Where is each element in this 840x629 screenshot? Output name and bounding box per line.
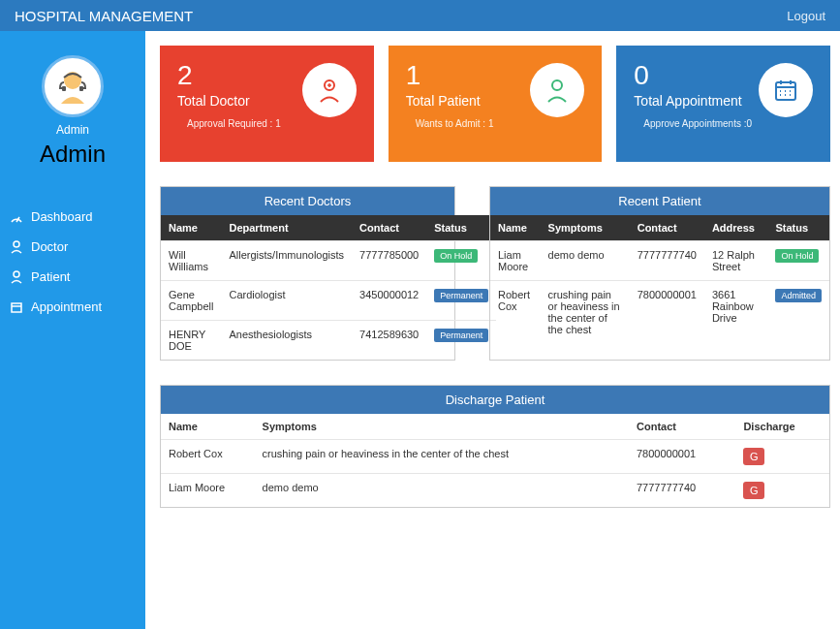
- col-contact: Contact: [352, 215, 426, 241]
- calendar-icon: [10, 300, 23, 314]
- discharge-button[interactable]: G: [743, 448, 764, 465]
- sidebar-item-appointment[interactable]: Appointment: [0, 292, 145, 322]
- card-total-patient[interactable]: 1 Total Patient Wants to Admit : 1: [389, 46, 603, 162]
- user-role: Admin: [0, 123, 145, 137]
- svg-point-7: [552, 80, 562, 90]
- cell-contact: 7800000001: [629, 440, 735, 474]
- cell-contact: 7777785000: [352, 241, 426, 281]
- card-total-appointment[interactable]: 0 Total Appointment Approve Appointments…: [616, 46, 830, 162]
- patient-card-icon: [530, 63, 584, 117]
- nav-label: Doctor: [31, 239, 68, 254]
- app-title: HOSPITAL MANAGEMENT: [15, 8, 193, 24]
- nav-label: Patient: [31, 269, 70, 284]
- cell-name: Liam Moore: [490, 241, 541, 281]
- card-subtext: Approval Required : 1: [177, 118, 357, 129]
- col-status: Status: [767, 215, 829, 241]
- table-row: Liam Mooredemo demo7777777740G: [161, 474, 829, 508]
- col-name: Name: [161, 414, 255, 440]
- col-address: Address: [704, 215, 768, 241]
- card-subtext: Wants to Admit : 1: [406, 118, 585, 129]
- cell-symptoms: demo demo: [541, 241, 630, 281]
- svg-rect-1: [62, 86, 66, 91]
- logout-link[interactable]: Logout: [787, 9, 825, 23]
- status-badge: Permanent: [434, 329, 488, 342]
- cell-name: Gene Campbell: [161, 281, 221, 321]
- discharge-panel: Discharge Patient Name Symptoms Contact …: [160, 385, 830, 508]
- discharge-button[interactable]: G: [743, 482, 764, 499]
- cell-name: Will Williams: [161, 241, 221, 281]
- col-symptoms: Symptoms: [255, 414, 629, 440]
- cell-status: Permanent: [426, 321, 496, 361]
- sidebar: Admin Admin Dashboard Doctor Patient App…: [0, 31, 145, 629]
- col-dept: Department: [221, 215, 352, 241]
- doctor-icon: [10, 240, 23, 254]
- table-row: Robert Coxcrushing pain or heaviness in …: [161, 440, 829, 474]
- cell-contact: 7800000001: [630, 281, 704, 344]
- status-badge: Admitted: [775, 289, 822, 302]
- table-row: Will WilliamsAllergists/Immunologists777…: [161, 241, 496, 281]
- card-subtext: Approve Appointments :0: [634, 118, 813, 129]
- cell-symptoms: crushing pain or heaviness in the center…: [541, 281, 630, 344]
- dashboard-icon: [10, 210, 23, 224]
- cell-name: Robert Cox: [490, 281, 541, 344]
- top-bar: HOSPITAL MANAGEMENT Logout: [0, 0, 840, 31]
- col-contact: Contact: [629, 414, 735, 440]
- cell-name: Liam Moore: [161, 474, 255, 508]
- cell-symptoms: demo demo: [255, 474, 629, 508]
- status-badge: On Hold: [434, 249, 478, 263]
- svg-rect-5: [12, 303, 21, 312]
- cell-contact: 7777777740: [630, 241, 704, 281]
- cell-contact: 7777777740: [629, 474, 735, 508]
- panel-title: Recent Patient: [490, 187, 829, 215]
- cell-contact: 7412589630: [352, 321, 426, 361]
- panel-title: Recent Doctors: [161, 187, 454, 215]
- nav-label: Dashboard: [31, 209, 93, 224]
- cell-discharge: G: [735, 474, 829, 508]
- cell-dept: Cardiologist: [221, 281, 352, 321]
- doctor-card-icon: [302, 63, 357, 117]
- recent-patients-panel: Recent Patient Name Symptoms Contact Add…: [489, 186, 830, 361]
- status-badge: Permanent: [434, 289, 488, 302]
- cell-dept: Allergists/Immunologists: [221, 241, 352, 281]
- svg-point-3: [14, 241, 19, 247]
- nav-label: Appointment: [31, 299, 102, 314]
- recent-doctors-panel: Recent Doctors Name Department Contact S…: [160, 186, 455, 361]
- table-row: HENRY DOEAnesthesiologists7412589630Perm…: [161, 321, 496, 361]
- cell-status: On Hold: [767, 241, 829, 281]
- col-name: Name: [161, 215, 221, 241]
- cell-name: HENRY DOE: [161, 321, 221, 361]
- cell-status: Permanent: [426, 281, 496, 321]
- svg-point-4: [14, 271, 19, 277]
- col-symptoms: Symptoms: [541, 215, 630, 241]
- svg-rect-2: [79, 86, 83, 91]
- cell-address: 3661 Rainbow Drive: [704, 281, 768, 344]
- table-row: Robert Coxcrushing pain or heaviness in …: [490, 281, 829, 344]
- cell-dept: Anesthesiologists: [221, 321, 352, 361]
- cell-symptoms: crushing pain or heaviness in the center…: [255, 440, 629, 474]
- cell-status: On Hold: [426, 241, 496, 281]
- sidebar-item-patient[interactable]: Patient: [0, 262, 145, 292]
- discharge-table: Name Symptoms Contact Discharge Robert C…: [161, 414, 829, 507]
- col-name: Name: [490, 215, 541, 241]
- col-discharge: Discharge: [735, 414, 829, 440]
- cell-status: Admitted: [767, 281, 829, 344]
- avatar: [42, 55, 104, 117]
- col-contact: Contact: [630, 215, 704, 241]
- user-name: Admin: [0, 141, 145, 168]
- main-content: 2 Total Doctor Approval Required : 1 1 T…: [145, 31, 840, 629]
- recent-patients-table: Name Symptoms Contact Address Status Lia…: [490, 215, 829, 343]
- sidebar-item-doctor[interactable]: Doctor: [0, 232, 145, 262]
- cell-contact: 3450000012: [352, 281, 426, 321]
- recent-doctors-table: Name Department Contact Status Will Will…: [161, 215, 496, 360]
- table-row: Gene CampbellCardiologist3450000012Perma…: [161, 281, 496, 321]
- patient-icon: [10, 270, 23, 284]
- cell-discharge: G: [735, 440, 829, 474]
- col-status: Status: [426, 215, 496, 241]
- cell-address: 12 Ralph Street: [704, 241, 768, 281]
- card-total-doctor[interactable]: 2 Total Doctor Approval Required : 1: [160, 46, 374, 162]
- sidebar-item-dashboard[interactable]: Dashboard: [0, 202, 145, 232]
- cell-name: Robert Cox: [161, 440, 255, 474]
- panel-title: Discharge Patient: [161, 386, 829, 414]
- status-badge: On Hold: [775, 249, 819, 263]
- appointment-card-icon: [759, 63, 813, 117]
